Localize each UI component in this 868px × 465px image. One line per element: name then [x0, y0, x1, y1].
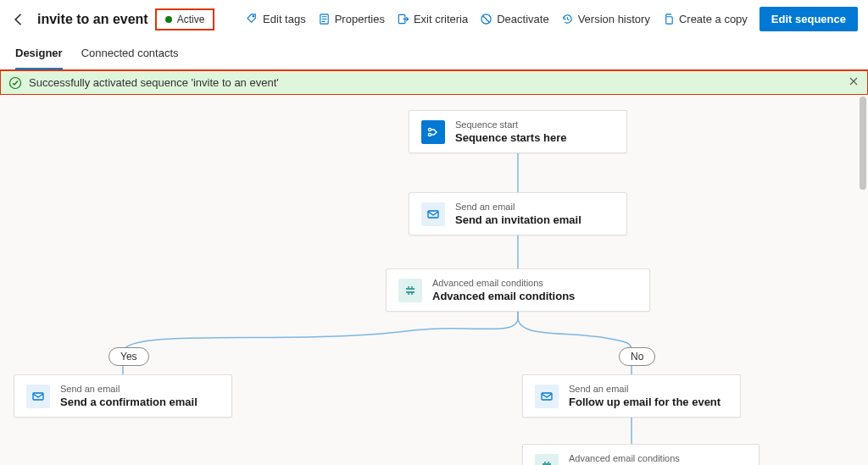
edit-tags-button[interactable]: Edit tags: [246, 13, 306, 25]
status-text: Active: [177, 14, 205, 25]
node-confirmation-email[interactable]: Send an email Send a confirmation email: [14, 374, 232, 418]
start-icon: [421, 120, 445, 144]
node-sequence-start[interactable]: Sequence start Sequence starts here: [409, 110, 627, 153]
svg-point-6: [428, 128, 431, 130]
branch-no: No: [619, 347, 655, 366]
back-button[interactable]: [10, 11, 27, 28]
tab-connected-contacts[interactable]: Connected contacts: [81, 40, 179, 69]
condition-icon: [535, 454, 559, 466]
svg-rect-4: [666, 17, 673, 24]
status-badge: Active: [159, 12, 212, 27]
tab-designer[interactable]: Designer: [15, 40, 63, 69]
svg-point-7: [428, 133, 431, 136]
version-history-button[interactable]: Version history: [561, 13, 650, 25]
edit-sequence-button[interactable]: Edit sequence: [760, 7, 858, 31]
node-title: Follow up email for the event: [569, 396, 721, 408]
create-copy-button[interactable]: Create a copy: [662, 13, 748, 25]
node-label: Send an email: [60, 384, 198, 394]
properties-button[interactable]: Properties: [318, 13, 385, 25]
svg-rect-9: [33, 393, 43, 400]
node-label: Advanced email conditions: [432, 278, 575, 288]
node-label: Sequence start: [455, 119, 567, 130]
email-icon: [535, 385, 559, 408]
node-title: Send a confirmation email: [60, 396, 198, 408]
sequence-canvas[interactable]: Sequence start Sequence starts here Send…: [0, 95, 868, 465]
close-icon: [848, 75, 860, 87]
node-title: Send an invitation email: [455, 213, 581, 226]
success-message: Successfully activated sequence 'invite …: [29, 76, 279, 89]
close-banner-button[interactable]: [848, 75, 860, 90]
status-dot-icon: [165, 16, 172, 23]
deactivate-button[interactable]: Deactivate: [480, 13, 548, 25]
success-banner: Successfully activated sequence 'invite …: [0, 70, 868, 95]
svg-point-0: [253, 15, 254, 17]
node-conditions-2[interactable]: Advanced email conditions Advanced email…: [522, 444, 760, 465]
exit-criteria-button[interactable]: Exit criteria: [397, 13, 468, 25]
svg-rect-8: [428, 211, 438, 218]
email-icon: [421, 202, 445, 226]
condition-icon: [398, 279, 422, 302]
node-label: Advanced email conditions: [569, 453, 711, 463]
check-circle-icon: [8, 76, 22, 90]
node-label: Send an email: [455, 202, 581, 212]
tabs: Designer Connected contacts: [0, 40, 868, 70]
node-send-invitation[interactable]: Send an email Send an invitation email: [409, 192, 627, 235]
canvas-scrollbar[interactable]: [860, 97, 866, 190]
node-title: Sequence starts here: [455, 131, 567, 144]
node-label: Send an email: [569, 384, 721, 394]
email-icon: [26, 385, 50, 408]
svg-rect-10: [542, 393, 552, 400]
node-followup-email[interactable]: Send an email Follow up email for the ev…: [522, 374, 741, 418]
node-title: Advanced email conditions: [432, 290, 575, 302]
page-title: invite to an event: [37, 12, 148, 27]
branch-yes: Yes: [108, 347, 149, 366]
node-conditions-1[interactable]: Advanced email conditions Advanced email…: [386, 268, 650, 312]
